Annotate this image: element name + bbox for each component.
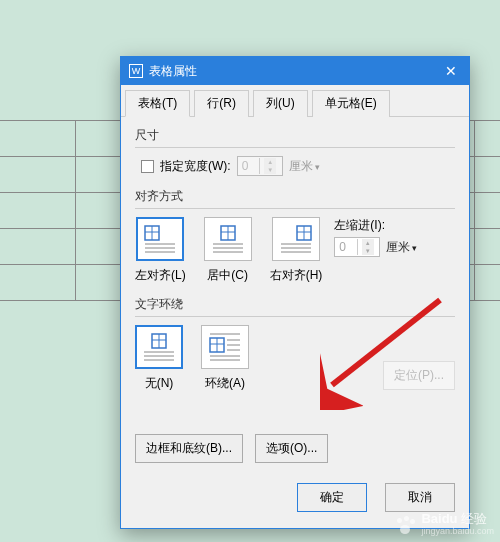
- size-group: 尺寸 指定宽度(W): 0 ▲▼ 厘米▾: [135, 127, 455, 176]
- table-properties-dialog: W 表格属性 ✕ 表格(T) 行(R) 列(U) 单元格(E) 尺寸 指定宽度(…: [120, 56, 470, 529]
- tab-strip: 表格(T) 行(R) 列(U) 单元格(E): [121, 85, 469, 117]
- close-button[interactable]: ✕: [441, 63, 461, 79]
- align-right-icon: [272, 217, 320, 261]
- width-unit[interactable]: 厘米▾: [289, 158, 320, 175]
- align-right-label: 右对齐(H): [270, 267, 323, 284]
- align-left-option[interactable]: 左对齐(L): [135, 217, 186, 284]
- paw-icon: [395, 516, 417, 536]
- dialog-title: 表格属性: [149, 63, 441, 80]
- indent-value: 0: [335, 240, 357, 254]
- tab-column[interactable]: 列(U): [253, 90, 308, 117]
- align-group: 对齐方式 左对齐(L) 居中(C): [135, 188, 455, 284]
- ok-button[interactable]: 确定: [297, 483, 367, 512]
- wrap-around-icon: [201, 325, 249, 369]
- dialog-body: 尺寸 指定宽度(W): 0 ▲▼ 厘米▾ 对齐方式: [121, 117, 469, 473]
- width-spinner[interactable]: 0 ▲▼: [237, 156, 283, 176]
- position-button: 定位(P)...: [383, 361, 455, 390]
- specify-width-label: 指定宽度(W):: [160, 158, 231, 175]
- align-center-label: 居中(C): [207, 267, 248, 284]
- cancel-button[interactable]: 取消: [385, 483, 455, 512]
- tab-table[interactable]: 表格(T): [125, 90, 190, 117]
- specify-width-checkbox[interactable]: [141, 160, 154, 173]
- align-center-option[interactable]: 居中(C): [204, 217, 252, 284]
- indent-column: 左缩进(I): 0 ▲▼ 厘米▾: [334, 217, 417, 257]
- option-buttons-row: 边框和底纹(B)... 选项(O)...: [135, 434, 455, 463]
- indent-spinner[interactable]: 0 ▲▼: [334, 237, 380, 257]
- app-icon: W: [129, 64, 143, 78]
- indent-label: 左缩进(I):: [334, 217, 417, 234]
- tab-cell[interactable]: 单元格(E): [312, 90, 390, 117]
- indent-unit[interactable]: 厘米▾: [386, 239, 417, 256]
- align-right-option[interactable]: 右对齐(H): [270, 217, 323, 284]
- tab-row[interactable]: 行(R): [194, 90, 249, 117]
- align-left-label: 左对齐(L): [135, 267, 186, 284]
- wrap-around-label: 环绕(A): [205, 375, 245, 392]
- watermark: Baidu 经验 jingyan.baidu.com: [395, 510, 494, 536]
- wrap-group: 文字环绕 无(N) 环绕(A) 定位(P)...: [135, 296, 455, 392]
- align-center-icon: [204, 217, 252, 261]
- options-button[interactable]: 选项(O)...: [255, 434, 328, 463]
- watermark-url: jingyan.baidu.com: [421, 526, 494, 536]
- wrap-none-option[interactable]: 无(N): [135, 325, 183, 392]
- watermark-brand: Baidu 经验: [421, 511, 487, 526]
- align-left-icon: [136, 217, 184, 261]
- titlebar[interactable]: W 表格属性 ✕: [121, 57, 469, 85]
- wrap-around-option[interactable]: 环绕(A): [201, 325, 249, 392]
- wrap-none-icon: [135, 325, 183, 369]
- width-value: 0: [238, 159, 260, 173]
- wrap-group-label: 文字环绕: [135, 296, 455, 313]
- wrap-none-label: 无(N): [145, 375, 174, 392]
- size-group-label: 尺寸: [135, 127, 455, 144]
- border-shading-button[interactable]: 边框和底纹(B)...: [135, 434, 243, 463]
- align-group-label: 对齐方式: [135, 188, 455, 205]
